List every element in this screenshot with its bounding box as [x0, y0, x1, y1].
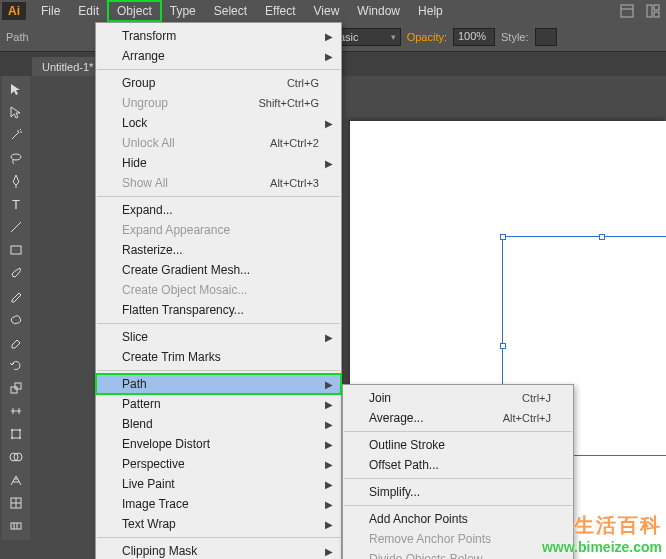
object-menu-item-clipping-mask[interactable]: Clipping Mask▶ [96, 541, 341, 559]
object-menu-item-perspective[interactable]: Perspective▶ [96, 454, 341, 474]
object-menu-item-separator [97, 69, 340, 70]
menu-type[interactable]: Type [161, 1, 205, 21]
object-menu-item-text-wrap[interactable]: Text Wrap▶ [96, 514, 341, 534]
rectangle-tool[interactable] [4, 239, 28, 261]
object-menu-item-create-trim-marks[interactable]: Create Trim Marks [96, 347, 341, 367]
svg-rect-0 [621, 5, 633, 17]
object-menu-item-group[interactable]: GroupCtrl+G [96, 73, 341, 93]
menu-item-label: Blend [122, 417, 319, 431]
rotate-tool[interactable] [4, 354, 28, 376]
svg-rect-10 [15, 383, 21, 389]
object-menu-item-expand-appearance: Expand Appearance [96, 220, 341, 240]
object-menu-item-unlock-all: Unlock AllAlt+Ctrl+2 [96, 133, 341, 153]
perspective-grid-tool[interactable] [4, 469, 28, 491]
selection-tool[interactable] [4, 78, 28, 100]
layout-icon[interactable] [616, 0, 638, 22]
path-menu-item-divide-objects-below: Divide Objects Below [343, 549, 573, 559]
shortcut-label: Alt+Ctrl+2 [270, 137, 319, 149]
menu-item-label: Path [122, 377, 319, 391]
handle-mid-top[interactable] [599, 234, 605, 240]
menu-view[interactable]: View [305, 1, 349, 21]
object-menu-item-hide[interactable]: Hide▶ [96, 153, 341, 173]
object-menu-item-blend[interactable]: Blend▶ [96, 414, 341, 434]
line-tool[interactable] [4, 216, 28, 238]
menu-window[interactable]: Window [348, 1, 409, 21]
handle-mid-left[interactable] [500, 343, 506, 349]
object-menu-item-rasterize[interactable]: Rasterize... [96, 240, 341, 260]
shortcut-label: Ctrl+G [287, 77, 319, 89]
pen-tool[interactable] [4, 170, 28, 192]
free-transform-tool[interactable] [4, 423, 28, 445]
object-menu-item-transform[interactable]: Transform▶ [96, 26, 341, 46]
submenu-arrow-icon: ▶ [325, 439, 333, 450]
menu-item-label: Add Anchor Points [369, 512, 551, 526]
object-menu-item-lock[interactable]: Lock▶ [96, 113, 341, 133]
path-menu-item-offset-path[interactable]: Offset Path... [343, 455, 573, 475]
svg-line-7 [11, 222, 21, 232]
object-menu-item-live-paint[interactable]: Live Paint▶ [96, 474, 341, 494]
submenu-arrow-icon: ▶ [325, 332, 333, 343]
eraser-tool[interactable] [4, 331, 28, 353]
menu-item-label: Flatten Transparency... [122, 303, 319, 317]
pencil-tool[interactable] [4, 285, 28, 307]
shape-builder-tool[interactable] [4, 446, 28, 468]
style-swatch[interactable] [535, 28, 557, 46]
object-menu-item-path[interactable]: Path▶ [96, 374, 341, 394]
menu-item-label: Create Object Mosaic... [122, 283, 319, 297]
paintbrush-tool[interactable] [4, 262, 28, 284]
menubar: Ai FileEditObjectTypeSelectEffectViewWin… [0, 0, 666, 22]
submenu-arrow-icon: ▶ [325, 499, 333, 510]
type-tool[interactable]: T [4, 193, 28, 215]
object-menu-item-pattern[interactable]: Pattern▶ [96, 394, 341, 414]
handle-top-left[interactable] [500, 234, 506, 240]
menu-object[interactable]: Object [108, 1, 161, 21]
menu-item-label: Ungroup [122, 96, 228, 110]
magic-wand-tool[interactable] [4, 124, 28, 146]
menu-effect[interactable]: Effect [256, 1, 304, 21]
menu-file[interactable]: File [32, 1, 69, 21]
submenu-arrow-icon: ▶ [325, 51, 333, 62]
object-menu-item-flatten-transparency[interactable]: Flatten Transparency... [96, 300, 341, 320]
svg-rect-21 [11, 523, 21, 529]
path-menu-item-join[interactable]: JoinCtrl+J [343, 388, 573, 408]
menu-item-label: Unlock All [122, 136, 240, 150]
path-menu-item-outline-stroke[interactable]: Outline Stroke [343, 435, 573, 455]
scale-tool[interactable] [4, 377, 28, 399]
object-menu: Transform▶Arrange▶GroupCtrl+GUngroupShif… [95, 22, 342, 559]
menu-select[interactable]: Select [205, 1, 256, 21]
object-menu-item-expand[interactable]: Expand... [96, 200, 341, 220]
object-menu-item-image-trace[interactable]: Image Trace▶ [96, 494, 341, 514]
menu-edit[interactable]: Edit [69, 1, 108, 21]
width-tool[interactable] [4, 400, 28, 422]
blob-brush-tool[interactable] [4, 308, 28, 330]
menu-help[interactable]: Help [409, 1, 452, 21]
path-menu-item-average[interactable]: Average...Alt+Ctrl+J [343, 408, 573, 428]
path-menu-item-separator [344, 431, 572, 432]
lasso-tool[interactable] [4, 147, 28, 169]
mesh-tool[interactable] [4, 492, 28, 514]
menu-item-label: Rasterize... [122, 243, 319, 257]
path-menu-item-simplify[interactable]: Simplify... [343, 482, 573, 502]
menu-item-label: Create Gradient Mesh... [122, 263, 319, 277]
arrange-icon[interactable] [642, 0, 664, 22]
object-menu-item-create-gradient-mesh[interactable]: Create Gradient Mesh... [96, 260, 341, 280]
tools-panel: T [2, 76, 30, 540]
object-menu-item-envelope-distort[interactable]: Envelope Distort▶ [96, 434, 341, 454]
object-menu-item-slice[interactable]: Slice▶ [96, 327, 341, 347]
svg-point-12 [11, 429, 13, 431]
path-menu-item-add-anchor-points[interactable]: Add Anchor Points [343, 509, 573, 529]
object-menu-item-arrange[interactable]: Arrange▶ [96, 46, 341, 66]
svg-rect-2 [647, 5, 652, 17]
svg-point-14 [11, 437, 13, 439]
menu-item-label: Envelope Distort [122, 437, 319, 451]
menu-item-label: Arrange [122, 49, 319, 63]
submenu-arrow-icon: ▶ [325, 118, 333, 129]
direct-selection-tool[interactable] [4, 101, 28, 123]
svg-rect-8 [11, 246, 21, 254]
shortcut-label: Shift+Ctrl+G [258, 97, 319, 109]
opacity-input[interactable]: 100% [453, 28, 495, 46]
menu-item-label: Join [369, 391, 492, 405]
gradient-tool[interactable] [4, 515, 28, 537]
svg-rect-9 [11, 387, 17, 393]
svg-text:T: T [12, 197, 20, 211]
